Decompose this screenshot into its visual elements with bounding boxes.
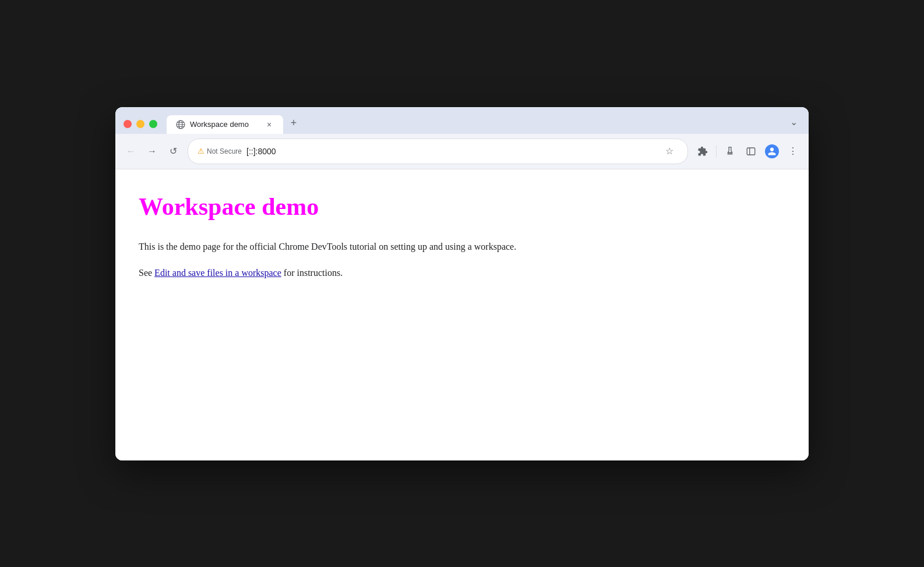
forward-button[interactable]: → xyxy=(143,143,161,160)
page-link-paragraph: See Edit and save files in a workspace f… xyxy=(139,265,785,281)
new-tab-button[interactable]: + xyxy=(285,115,302,132)
page-heading: Workspace demo xyxy=(139,193,785,221)
active-tab[interactable]: Workspace demo × xyxy=(167,115,283,134)
profile-button[interactable] xyxy=(763,143,781,160)
close-button[interactable] xyxy=(124,120,132,128)
link-prefix: See xyxy=(139,268,154,278)
back-button[interactable]: ← xyxy=(122,143,140,160)
lab-button[interactable] xyxy=(721,143,739,160)
reload-button[interactable]: ↺ xyxy=(164,143,182,160)
address-bar[interactable]: ⚠ Not Secure [::]:8000 ☆ xyxy=(188,139,688,164)
sidebar-button[interactable] xyxy=(742,143,760,160)
security-warning: ⚠ Not Secure xyxy=(198,147,242,155)
toolbar: ← → ↺ ⚠ Not Secure [::]:8000 ☆ xyxy=(115,134,809,169)
tab-favicon-icon xyxy=(176,120,185,129)
menu-button[interactable]: ⋮ xyxy=(784,143,802,160)
link-suffix: for instructions. xyxy=(281,268,343,278)
address-bar-actions: ☆ xyxy=(661,143,678,160)
page-description: This is the demo page for the official C… xyxy=(139,239,785,254)
profile-avatar xyxy=(765,144,779,158)
tab-dropdown-button[interactable]: ⌄ xyxy=(784,113,803,132)
tab-title: Workspace demo xyxy=(190,120,260,129)
page-content: Workspace demo This is the demo page for… xyxy=(115,169,809,460)
workspace-link[interactable]: Edit and save files in a workspace xyxy=(154,268,281,278)
toolbar-divider xyxy=(716,146,717,157)
url-text: [::]:8000 xyxy=(246,147,276,156)
minimize-button[interactable] xyxy=(136,120,144,128)
maximize-button[interactable] xyxy=(149,120,157,128)
bookmark-button[interactable]: ☆ xyxy=(661,143,678,160)
extensions-button[interactable] xyxy=(694,143,711,160)
security-status-text: Not Secure xyxy=(207,147,242,155)
tab-close-button[interactable]: × xyxy=(264,120,274,129)
svg-rect-5 xyxy=(747,148,755,155)
window-controls xyxy=(121,120,162,134)
menu-dots-icon: ⋮ xyxy=(788,146,798,157)
browser-window: Workspace demo × + ⌄ ← → ↺ ⚠ Not Secure … xyxy=(115,107,809,460)
tab-bar: Workspace demo × + ⌄ xyxy=(115,107,809,134)
warning-triangle-icon: ⚠ xyxy=(198,147,204,155)
